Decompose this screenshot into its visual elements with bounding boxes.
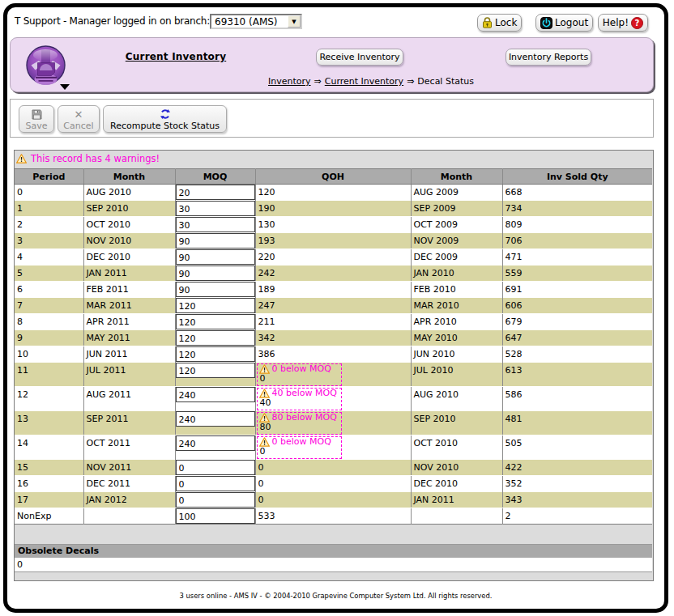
moq-input[interactable] bbox=[176, 363, 255, 378]
moq-input[interactable] bbox=[176, 201, 255, 216]
inv-sold-qty-cell: 559 bbox=[502, 266, 652, 282]
page-title-link[interactable]: Current Inventory bbox=[103, 51, 249, 62]
inventory-row: 17JAN 20120JAN 2011343 bbox=[15, 492, 652, 508]
inv-sold-qty-cell: 679 bbox=[502, 314, 652, 330]
moq-input[interactable] bbox=[176, 282, 255, 297]
record-panel: This record has 4 warnings! Period Month… bbox=[14, 150, 654, 581]
month2-cell: NOV 2009 bbox=[411, 233, 502, 249]
qoh-value: 40 bbox=[259, 398, 341, 408]
qoh-cell: 220 bbox=[255, 249, 411, 266]
qoh-value: 220 bbox=[256, 249, 411, 262]
moq-input[interactable] bbox=[176, 346, 255, 362]
moq-input[interactable] bbox=[176, 387, 255, 402]
qoh-value: 342 bbox=[256, 330, 411, 343]
moq-input[interactable] bbox=[176, 411, 255, 427]
inventory-table-header-row: Period Month MOQ QOH Month Inv Sold Qty bbox=[15, 169, 652, 185]
inventory-row: 11JUL 2011 0 below MOQ0JUL 2010613 bbox=[15, 363, 652, 387]
month-cell: DEC 2010 bbox=[83, 249, 175, 266]
save-button-label: Save bbox=[25, 121, 47, 131]
qoh-cell: 40 below MOQ40 bbox=[255, 387, 411, 411]
padlock-icon bbox=[482, 17, 493, 28]
breadcrumb-current-inventory-link[interactable]: Current Inventory bbox=[325, 76, 403, 87]
qoh-value: 189 bbox=[256, 282, 411, 295]
moq-input[interactable] bbox=[176, 476, 255, 491]
period-cell: 9 bbox=[15, 330, 83, 346]
qoh-cell: 0 bbox=[255, 460, 411, 476]
month2-cell: JAN 2010 bbox=[411, 266, 502, 282]
branch-select[interactable]: 69310 (AMS) ▼ bbox=[210, 14, 302, 29]
save-button[interactable]: Save bbox=[19, 105, 54, 133]
qoh-warning-box: 0 below MOQ0 bbox=[257, 363, 342, 386]
moq-input[interactable] bbox=[176, 217, 255, 232]
warning-banner: This record has 4 warnings! bbox=[16, 153, 160, 164]
dropdown-arrow-icon[interactable]: ▼ bbox=[288, 15, 301, 28]
moq-cell bbox=[175, 411, 255, 435]
moq-input[interactable] bbox=[176, 508, 255, 524]
month-cell: JUL 2011 bbox=[83, 363, 175, 387]
month2-cell: SEP 2010 bbox=[411, 411, 502, 435]
qoh-value: 0 bbox=[259, 447, 341, 457]
qoh-cell: 80 below MOQ80 bbox=[255, 411, 411, 435]
inv-sold-qty-cell: 809 bbox=[502, 217, 652, 233]
header-panel: Current Inventory Receive Inventory Inve… bbox=[10, 37, 654, 92]
inventory-reports-button[interactable]: Inventory Reports bbox=[506, 49, 591, 66]
qoh-warning-text: 0 below MOQ bbox=[272, 364, 331, 374]
lock-button[interactable]: Lock bbox=[477, 14, 522, 32]
logout-button-label: Logout bbox=[555, 17, 588, 28]
qoh-cell: 386 bbox=[255, 346, 411, 363]
moq-input[interactable] bbox=[176, 185, 255, 200]
period-cell: 2 bbox=[15, 217, 83, 233]
month2-cell: JUN 2010 bbox=[411, 346, 502, 363]
inv-sold-qty-cell: 352 bbox=[502, 476, 652, 492]
qoh-cell: 533 bbox=[255, 508, 411, 525]
period-cell: 5 bbox=[15, 266, 83, 282]
inventory-row: 15NOV 20110NOV 2010422 bbox=[15, 460, 652, 476]
qoh-cell: 242 bbox=[255, 266, 411, 282]
moq-input[interactable] bbox=[176, 266, 255, 281]
moq-input[interactable] bbox=[176, 330, 255, 346]
inventory-row: 6FEB 2011189FEB 2010691 bbox=[15, 282, 652, 298]
help-button[interactable]: Help! ? bbox=[598, 14, 648, 32]
qoh-cell: 120 bbox=[255, 185, 411, 201]
month2-cell: APR 2010 bbox=[411, 314, 502, 330]
col-header-period: Period bbox=[15, 169, 83, 185]
logout-button[interactable]: Logout bbox=[535, 14, 593, 32]
moq-input[interactable] bbox=[176, 249, 255, 265]
month-cell: DEC 2011 bbox=[83, 476, 175, 492]
moq-input[interactable] bbox=[176, 435, 255, 451]
toolbar: Save ✕ Cancel Recompute Stock Status bbox=[10, 99, 654, 138]
moq-cell bbox=[175, 435, 255, 460]
period-cell: 3 bbox=[15, 233, 83, 249]
x-icon: ✕ bbox=[75, 108, 83, 121]
floppy-disk-icon bbox=[32, 108, 42, 121]
moq-input[interactable] bbox=[176, 492, 255, 508]
inv-sold-qty-cell: 481 bbox=[502, 411, 652, 435]
qoh-value: 533 bbox=[256, 508, 411, 521]
moq-cell bbox=[175, 201, 255, 217]
app-menu-caret-icon[interactable] bbox=[60, 84, 70, 90]
inv-sold-qty-cell: 471 bbox=[502, 249, 652, 266]
moq-input[interactable] bbox=[176, 460, 255, 475]
breadcrumb-inventory-link[interactable]: Inventory bbox=[268, 76, 311, 87]
moq-input[interactable] bbox=[176, 314, 255, 329]
inv-sold-qty-cell: 647 bbox=[502, 330, 652, 346]
recompute-stock-status-button[interactable]: Recompute Stock Status bbox=[103, 105, 227, 133]
warning-triangle-icon bbox=[259, 364, 270, 374]
obsolete-decals-value: 0 bbox=[15, 558, 652, 571]
period-cell: NonExp bbox=[15, 508, 83, 525]
inventory-box-icon[interactable] bbox=[26, 45, 66, 85]
qoh-warning-text: 0 below MOQ bbox=[272, 437, 331, 447]
receive-inventory-button[interactable]: Receive Inventory bbox=[316, 49, 403, 66]
moq-input[interactable] bbox=[176, 233, 255, 249]
inv-sold-qty-cell: 2 bbox=[502, 508, 652, 525]
breadcrumb-separator: ⇒ bbox=[314, 76, 322, 87]
qoh-value: 211 bbox=[256, 314, 411, 327]
cancel-button[interactable]: ✕ Cancel bbox=[58, 105, 100, 133]
moq-input[interactable] bbox=[176, 298, 255, 313]
breadcrumb: Inventory⇒Current Inventory⇒Decal Status bbox=[268, 76, 474, 87]
inv-sold-qty-cell: 691 bbox=[502, 282, 652, 298]
qoh-value: 193 bbox=[256, 233, 411, 246]
moq-cell bbox=[175, 492, 255, 508]
moq-cell bbox=[175, 217, 255, 233]
qoh-warning-text: 80 below MOQ bbox=[272, 413, 337, 423]
